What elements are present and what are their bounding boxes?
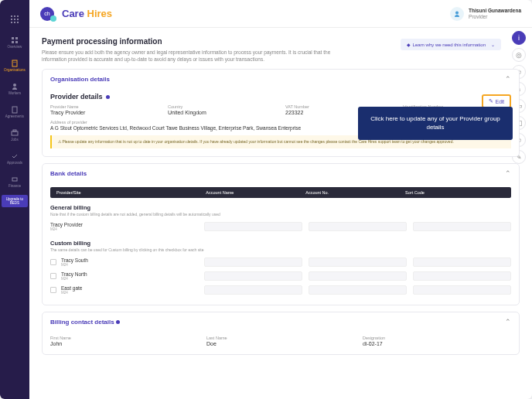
first-name-value: John bbox=[50, 341, 199, 346]
checkbox[interactable] bbox=[50, 273, 56, 279]
sidebar-label: Organisations bbox=[4, 69, 26, 73]
bank-card-header[interactable]: Bank details ⌃ bbox=[43, 164, 519, 182]
svg-rect-1 bbox=[14, 15, 15, 17]
dot-icon bbox=[116, 320, 120, 324]
country-value: United Kingdom bbox=[168, 110, 276, 115]
svg-rect-5 bbox=[17, 19, 19, 20]
svg-point-21 bbox=[455, 11, 459, 14]
svg-rect-13 bbox=[12, 60, 17, 66]
sidebar-label: Jobs bbox=[11, 138, 19, 142]
col-account-no: Account No. bbox=[305, 190, 405, 195]
account-no-input[interactable] bbox=[309, 285, 407, 295]
svg-rect-20 bbox=[12, 178, 17, 181]
info-icon[interactable]: i bbox=[512, 31, 526, 45]
billing-contact-card: Billing contact details ⌃ First NameJohn… bbox=[42, 312, 520, 355]
chevron-up-icon: ⌃ bbox=[505, 169, 511, 177]
svg-rect-10 bbox=[15, 37, 18, 39]
checkbox[interactable] bbox=[50, 287, 56, 293]
sidebar-label: Overview bbox=[8, 46, 22, 49]
table-row: Tracy SouthM24 bbox=[50, 255, 511, 269]
svg-point-16 bbox=[13, 84, 16, 87]
location-icon[interactable]: ◎ bbox=[512, 48, 526, 62]
sidebar: Overview Organisations Workers Agreement… bbox=[0, 0, 29, 399]
dot-icon bbox=[106, 95, 110, 99]
sort-code-input[interactable] bbox=[413, 222, 511, 231]
designation-value: di-02-17 bbox=[363, 341, 511, 346]
org-card-title: Organisation details bbox=[50, 76, 110, 83]
svg-rect-6 bbox=[11, 22, 12, 23]
sidebar-item-organisations[interactable]: Organisations bbox=[0, 54, 29, 77]
provider-name-value: Tracy Provider bbox=[50, 110, 159, 115]
sidebar-label: Workers bbox=[9, 92, 22, 96]
chevron-up-icon: ⌃ bbox=[505, 318, 511, 326]
billing-card-title: Billing contact details bbox=[50, 319, 120, 326]
callout-tooltip: Click here to update any of your Provide… bbox=[358, 107, 513, 139]
sidebar-label: Approvals bbox=[7, 162, 22, 165]
bank-card-title: Bank details bbox=[50, 170, 87, 177]
svg-rect-0 bbox=[11, 15, 12, 17]
col-provider: Provider/Site bbox=[56, 190, 206, 195]
page-desc: Please ensure you add both the agency ow… bbox=[42, 49, 336, 63]
custom-billing-title: Custom billing bbox=[50, 240, 511, 247]
provider-details-title: Provider details bbox=[50, 93, 511, 101]
account-no-input[interactable] bbox=[309, 257, 407, 267]
row-name: Tracy Provider bbox=[50, 222, 198, 227]
col-account-name: Account Name bbox=[206, 190, 305, 195]
svg-rect-8 bbox=[17, 22, 19, 23]
account-name-input[interactable] bbox=[204, 257, 302, 267]
row-name: Tracy South bbox=[61, 257, 88, 263]
user-role: Provider bbox=[469, 14, 521, 20]
sidebar-upgrade[interactable]: Upgrade to BEDS bbox=[2, 195, 28, 207]
svg-rect-4 bbox=[14, 19, 15, 20]
billing-card-header[interactable]: Billing contact details ⌃ bbox=[43, 312, 519, 331]
avatar[interactable] bbox=[450, 7, 464, 21]
sidebar-item-overview[interactable]: Overview bbox=[0, 31, 29, 54]
sidebar-label: Finance bbox=[9, 185, 21, 189]
general-billing-desc: Note that if the custom billing details … bbox=[50, 212, 511, 217]
designation-label: Designation bbox=[363, 336, 511, 340]
app-grid-icon[interactable] bbox=[0, 8, 29, 31]
sidebar-item-jobs[interactable]: Jobs bbox=[0, 124, 29, 147]
logo-icon: ch bbox=[40, 7, 54, 21]
org-card-header[interactable]: Organisation details ⌃ bbox=[43, 70, 519, 88]
sort-code-input[interactable] bbox=[413, 271, 511, 281]
sidebar-label: Agreements bbox=[5, 115, 24, 119]
last-name-value: Doe bbox=[206, 341, 355, 346]
user-name: Thisuni Gunawardena bbox=[469, 8, 521, 14]
svg-rect-2 bbox=[17, 15, 19, 17]
account-name-input[interactable] bbox=[204, 271, 302, 281]
chevron-up-icon: ⌃ bbox=[505, 75, 511, 83]
first-name-label: First Name bbox=[50, 336, 199, 340]
svg-rect-11 bbox=[12, 41, 14, 43]
col-sort-code: Sort Code bbox=[405, 190, 505, 195]
svg-rect-18 bbox=[12, 131, 18, 135]
row-name: East gate bbox=[61, 285, 82, 291]
table-row: East gateM24 bbox=[50, 283, 511, 297]
svg-rect-14 bbox=[14, 62, 15, 63]
sidebar-item-approvals[interactable]: Approvals bbox=[0, 147, 29, 170]
sort-code-input[interactable] bbox=[413, 285, 511, 295]
svg-rect-15 bbox=[15, 62, 16, 63]
sort-code-input[interactable] bbox=[413, 257, 511, 267]
brand: Care Hires bbox=[62, 8, 112, 19]
svg-rect-7 bbox=[14, 22, 15, 23]
table-row: Tracy ProviderM24 bbox=[50, 220, 511, 234]
account-no-input[interactable] bbox=[309, 271, 407, 281]
svg-rect-17 bbox=[12, 107, 17, 113]
learn-more-pill[interactable]: ◆ Learn why we need this information⌄ bbox=[401, 39, 501, 50]
sidebar-item-agreements[interactable]: Agreements bbox=[0, 101, 29, 124]
sidebar-item-finance[interactable]: Finance bbox=[0, 170, 29, 193]
account-name-input[interactable] bbox=[204, 285, 302, 295]
sidebar-item-workers[interactable]: Workers bbox=[0, 77, 29, 101]
svg-rect-9 bbox=[12, 37, 14, 39]
user-info: Thisuni Gunawardena Provider bbox=[469, 8, 521, 20]
last-name-label: Last Name bbox=[206, 336, 355, 340]
chevron-down-icon: ⌄ bbox=[491, 42, 495, 47]
custom-billing-desc: The same details can be used for Custom … bbox=[50, 247, 511, 252]
checkbox[interactable] bbox=[50, 259, 56, 265]
general-billing-title: General billing bbox=[50, 204, 511, 211]
account-name-input[interactable] bbox=[204, 222, 302, 231]
header: ch Care Hires Thisuni Gunawardena Provid… bbox=[29, 0, 532, 28]
account-no-input[interactable] bbox=[309, 222, 407, 231]
table-row: Tracy NorthM24 bbox=[50, 269, 511, 283]
